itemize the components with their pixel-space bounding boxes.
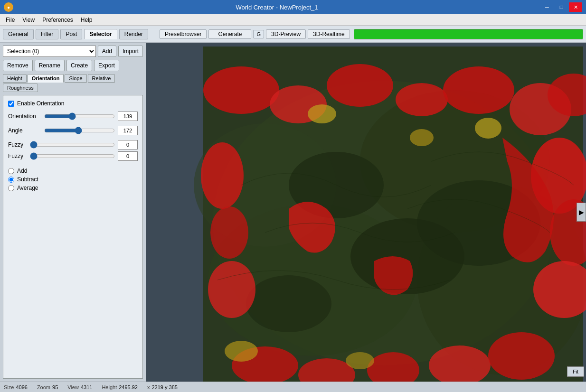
selection-row: Selection (0) Selection (1) Selection (2… [3, 46, 143, 57]
subtab-height[interactable]: Height [3, 74, 27, 83]
import-button[interactable]: Import [118, 46, 143, 57]
angle-value-input[interactable] [118, 126, 138, 135]
size-value: 4096 [16, 384, 27, 390]
svg-point-33 [346, 352, 374, 369]
minimize-button[interactable]: ─ [540, 2, 554, 12]
svg-point-15 [443, 66, 514, 114]
progress-bar-fill [354, 29, 583, 39]
terrain-svg [146, 43, 586, 382]
blend-subtract-label: Subtract [17, 176, 38, 183]
enable-orientation-checkbox[interactable] [8, 101, 14, 107]
svg-point-32 [225, 341, 258, 362]
fuzzy1-value-input[interactable] [118, 140, 138, 149]
left-panel: Selection (0) Selection (1) Selection (2… [0, 43, 146, 382]
fuzzy2-row: Fuzzy [8, 151, 138, 161]
fuzzy1-row: Fuzzy [8, 140, 138, 149]
zoom-value: 95 [52, 384, 58, 390]
coords-value: 2219 y 385 [151, 384, 177, 390]
menu-help[interactable]: Help [77, 16, 96, 24]
subtab-orientation[interactable]: Orientation [28, 74, 64, 83]
status-bar: Size 4096 Zoom 95 View 4311 Height 2495.… [0, 382, 586, 392]
toolbar: General Filter Post Selector Render Pres… [0, 26, 586, 43]
zoom-status: Zoom 95 [37, 384, 58, 390]
blend-add-row[interactable]: Add [8, 168, 138, 174]
side-arrow[interactable]: ▶ [577, 203, 586, 222]
blend-average-radio[interactable] [8, 185, 14, 191]
fuzzy2-slider[interactable] [30, 152, 115, 160]
orientation-value-input[interactable] [118, 112, 138, 121]
subtab-roughness[interactable]: Roughness [3, 84, 38, 92]
tab-general[interactable]: General [3, 29, 34, 39]
tab-render[interactable]: Render [119, 29, 148, 39]
view-value: 4311 [81, 384, 92, 390]
fuzzy-rows: Fuzzy Fuzzy [8, 140, 138, 161]
sub-tabs: Height Orientation Slope Relative Roughn… [3, 74, 143, 92]
angle-slider[interactable] [44, 127, 115, 134]
svg-point-23 [208, 261, 255, 318]
size-label: Size [4, 384, 14, 390]
3d-preview-button[interactable]: 3D-Preview [266, 29, 306, 39]
presetbrowser-button[interactable]: Presetbrowser [160, 29, 207, 39]
content: Selection (0) Selection (1) Selection (2… [0, 43, 586, 382]
tab-post[interactable]: Post [60, 29, 82, 39]
orientation-slider[interactable] [44, 112, 115, 120]
generate-shortcut: G [253, 30, 264, 38]
enable-orientation-label: Enable Orientation [17, 100, 64, 107]
fuzzy2-slider-container [30, 152, 115, 160]
tab-filter[interactable]: Filter [36, 29, 59, 39]
subtab-slope[interactable]: Slope [65, 74, 86, 83]
angle-label: Angle [8, 127, 41, 134]
add-button[interactable]: Add [98, 46, 116, 57]
fuzzy1-slider[interactable] [30, 141, 115, 149]
coords-label: x [147, 384, 150, 390]
export-button[interactable]: Export [94, 60, 119, 71]
svg-point-31 [475, 118, 501, 139]
maximize-button[interactable]: □ [555, 2, 568, 12]
window-controls: ─ □ ✕ [540, 2, 582, 12]
blend-subtract-radio[interactable] [8, 177, 14, 183]
menu-bar: File View Preferences Help [0, 14, 586, 26]
blend-subtract-row[interactable]: Subtract [8, 176, 138, 183]
window-title: World Creator - NewProject_1 [13, 4, 540, 11]
svg-point-28 [488, 332, 555, 380]
subtab-relative[interactable]: Relative [88, 74, 115, 83]
selection-dropdown[interactable]: Selection (0) Selection (1) Selection (2… [3, 46, 96, 57]
blend-average-label: Average [17, 185, 38, 191]
viewport: ▶ Fit [146, 43, 586, 382]
menu-preferences[interactable]: Preferences [38, 16, 77, 24]
blend-add-label: Add [17, 168, 27, 174]
fuzzy1-slider-container [30, 141, 115, 149]
blend-mode-group: Add Subtract Average [8, 168, 138, 191]
orientation-label: Orientation [8, 113, 41, 120]
fuzzy2-label: Fuzzy [8, 153, 27, 159]
zoom-label: Zoom [37, 384, 50, 390]
fit-button[interactable]: Fit [567, 366, 584, 377]
rename-button[interactable]: Rename [35, 60, 65, 71]
svg-point-29 [308, 104, 336, 123]
view-label: View [67, 384, 79, 390]
view-status: View 4311 [67, 384, 92, 390]
angle-slider-container [44, 127, 115, 134]
orientation-row: Orientation [8, 112, 138, 121]
menu-file[interactable]: File [2, 16, 19, 24]
svg-point-22 [210, 206, 248, 259]
tab-selector[interactable]: Selector [84, 29, 117, 39]
3d-realtime-button[interactable]: 3D-Realtime [308, 29, 350, 39]
svg-point-30 [410, 129, 434, 146]
close-button[interactable]: ✕ [569, 2, 582, 12]
button-row: Remove Rename Create Export [3, 60, 143, 71]
generate-button[interactable]: Generate [208, 29, 251, 39]
size-status: Size 4096 [4, 384, 28, 390]
blend-average-row[interactable]: Average [8, 185, 138, 191]
arrow-icon: ▶ [579, 208, 584, 216]
blend-add-radio[interactable] [8, 168, 14, 174]
panel-content: Enable Orientation Orientation Angle [3, 95, 143, 379]
remove-button[interactable]: Remove [3, 60, 33, 71]
create-button[interactable]: Create [66, 60, 92, 71]
progress-bar-container [354, 29, 583, 39]
app-body: General Filter Post Selector Render Pres… [0, 26, 586, 392]
fuzzy2-value-input[interactable] [118, 151, 138, 161]
menu-view[interactable]: View [19, 16, 38, 24]
angle-row: Angle [8, 126, 138, 135]
svg-point-21 [201, 142, 244, 209]
